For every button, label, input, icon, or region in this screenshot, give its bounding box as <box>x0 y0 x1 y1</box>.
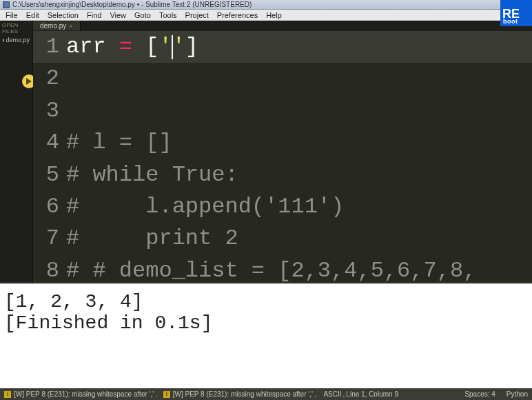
status-bar: ! [W] PEP 8 (E231): missing whitespace a… <box>0 388 532 400</box>
sidebar-section-label: OPEN FILES <box>0 21 32 36</box>
code-editor[interactable]: 1arr = ['']234# l = []5# while True:6# l… <box>33 31 532 283</box>
window-title: C:\Users\shengxinjing\Desktop\demo.py • … <box>12 1 252 8</box>
menu-selection[interactable]: Selection <box>43 11 83 19</box>
code-line[interactable]: 5# while True: <box>33 159 532 191</box>
status-right: Spaces: 4 Python <box>464 390 528 398</box>
build-output: [1, 2, 3, 4][Finished in 0.1s] <box>0 283 532 377</box>
line-number: 3 <box>33 95 66 127</box>
app-icon <box>3 1 10 8</box>
status-encoding: ASCII <box>323 390 341 398</box>
line-content[interactable]: # print 2 <box>66 223 532 254</box>
workspace: OPEN FILES demo.py demo.py × 1arr = ['']… <box>0 21 532 283</box>
line-number: 6 <box>33 191 66 223</box>
line-content[interactable]: # while True: <box>66 159 532 191</box>
code-line[interactable]: 2 <box>33 63 532 94</box>
output-line: [1, 2, 3, 4] <box>4 291 528 312</box>
menu-file[interactable]: File <box>1 11 22 19</box>
code-line[interactable]: 8# # demo_list = [2,3,4,5,6,7,8, <box>33 255 532 283</box>
code-line[interactable]: 7# print 2 <box>33 223 532 254</box>
warning-icon: ! <box>4 391 11 398</box>
line-content[interactable]: # l = [] <box>66 127 532 159</box>
file-dirty-dot-icon <box>3 39 4 42</box>
reboot-logo: RE boot <box>500 0 532 26</box>
code-line[interactable]: 1arr = [''] <box>33 31 532 63</box>
status-left: ! [W] PEP 8 (E231): missing whitespace a… <box>4 390 398 398</box>
menu-bar: FileEditSelectionFindViewGotoToolsProjec… <box>0 10 532 21</box>
tab-label: demo.py <box>40 22 66 30</box>
tab-bar: demo.py × <box>33 21 532 31</box>
line-content[interactable]: # l.append('111') <box>66 191 532 223</box>
line-content[interactable]: arr = [''] <box>66 31 532 63</box>
sidebar: OPEN FILES demo.py <box>0 21 33 283</box>
lint-message-1: [W] PEP 8 (E231): missing whitespace aft… <box>14 390 158 398</box>
code-line[interactable]: 6# l.append('111') <box>33 191 532 223</box>
line-number: 7 <box>33 223 66 254</box>
line-number: 1 <box>33 31 66 63</box>
line-content[interactable] <box>66 95 532 127</box>
status-position: Line 1, Column 9 <box>346 390 398 398</box>
svg-marker-0 <box>26 78 32 85</box>
menu-edit[interactable]: Edit <box>22 11 43 19</box>
output-line: [Finished in 0.1s] <box>4 312 528 334</box>
close-icon[interactable]: × <box>69 23 72 30</box>
menu-goto[interactable]: Goto <box>130 11 155 19</box>
line-content[interactable] <box>66 63 532 94</box>
warning-icon: ! <box>163 391 170 398</box>
sidebar-file-name: demo.py <box>6 37 30 43</box>
menu-project[interactable]: Project <box>181 11 213 19</box>
lint-message-2: [W] PEP 8 (E231): missing whitespace aft… <box>173 390 317 398</box>
window-titlebar: C:\Users\shengxinjing\Desktop\demo.py • … <box>0 0 532 10</box>
line-content[interactable]: # # demo_list = [2,3,4,5,6,7,8, <box>66 255 532 283</box>
editor-area: demo.py × 1arr = ['']234# l = []5# while… <box>33 21 532 283</box>
logo-text-small: boot <box>503 19 518 25</box>
code-line[interactable]: 3 <box>33 95 532 127</box>
line-number: 2 <box>33 63 66 94</box>
menu-find[interactable]: Find <box>83 11 105 19</box>
menu-tools[interactable]: Tools <box>155 11 181 19</box>
menu-preferences[interactable]: Preferences <box>213 11 262 19</box>
status-indent[interactable]: Spaces: 4 <box>464 390 495 398</box>
menu-view[interactable]: View <box>105 11 130 19</box>
tab-active[interactable]: demo.py × <box>33 21 81 30</box>
line-number: 4 <box>33 127 66 159</box>
code-line[interactable]: 4# l = [] <box>33 127 532 159</box>
line-number: 8 <box>33 255 66 283</box>
line-number: 5 <box>33 159 66 191</box>
sidebar-file-entry[interactable]: demo.py <box>0 36 32 44</box>
menu-help[interactable]: Help <box>262 11 286 19</box>
status-syntax[interactable]: Python <box>507 390 528 398</box>
